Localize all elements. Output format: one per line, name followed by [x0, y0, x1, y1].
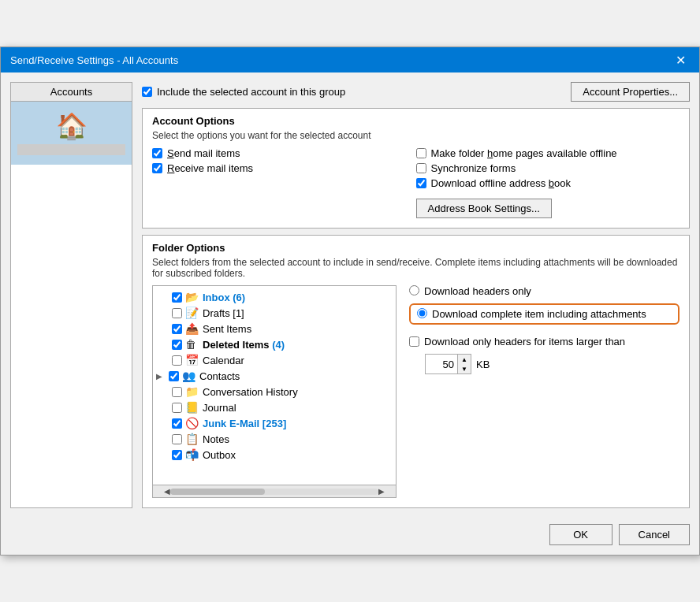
send-mail-row[interactable]: Send mail items: [152, 147, 416, 159]
sync-forms-row[interactable]: Synchronize forms: [416, 162, 680, 174]
size-spinner[interactable]: 50 ▲ ▼: [425, 354, 471, 374]
dialog-title: Send/Receive Settings - All Accounts: [10, 54, 178, 66]
sync-forms-label: Synchronize forms: [431, 162, 516, 174]
folder-checkbox-convhist[interactable]: [172, 387, 182, 397]
account-options-desc: Select the options you want for the sele…: [152, 130, 680, 141]
send-mail-label: Send mail items: [167, 147, 240, 159]
list-item[interactable]: 📤 Sent Items: [153, 321, 396, 336]
folder-checkbox-journal[interactable]: [172, 403, 182, 413]
folder-name-calendar: Calendar: [203, 355, 244, 366]
receive-mail-row[interactable]: Receive mail items: [152, 162, 416, 174]
horizontal-scrollbar[interactable]: ◀ ▶: [153, 485, 396, 497]
include-account-checkbox[interactable]: [142, 87, 152, 97]
account-options-title: Account Options: [152, 115, 680, 127]
send-mail-checkbox[interactable]: [152, 148, 162, 158]
list-item[interactable]: 📋 Notes: [153, 431, 396, 447]
junk-icon: 🚫: [185, 417, 199, 429]
top-row: Include the selected account in this gro…: [142, 82, 690, 102]
close-button[interactable]: ✕: [671, 50, 690, 69]
folder-name-drafts: Drafts [1]: [203, 307, 244, 319]
download-complete-label: Download complete item including attachm…: [432, 308, 646, 320]
make-folder-row[interactable]: Make folder home pages available offline: [416, 147, 680, 159]
convhist-icon: 📁: [185, 385, 199, 398]
folder-list-container: 📂 Inbox (6) 📝 Drafts [1]: [152, 285, 397, 498]
receive-mail-checkbox[interactable]: [152, 163, 162, 173]
cancel-button[interactable]: Cancel: [619, 524, 690, 545]
download-offline-row[interactable]: Download offline address book: [416, 177, 680, 189]
list-item[interactable]: 🚫 Junk E-Mail [253]: [153, 415, 396, 431]
make-folder-checkbox[interactable]: [416, 148, 426, 158]
list-item[interactable]: 📁 Conversation History: [153, 384, 396, 399]
download-complete-row[interactable]: Download complete item including attachm…: [417, 308, 646, 320]
accounts-panel: Accounts 🏠: [10, 82, 132, 508]
list-item[interactable]: 📝 Drafts [1]: [153, 305, 396, 321]
folder-list[interactable]: 📂 Inbox (6) 📝 Drafts [1]: [153, 286, 396, 475]
folder-checkbox-drafts[interactable]: [172, 308, 182, 318]
include-account-row[interactable]: Include the selected account in this gro…: [142, 86, 345, 98]
sync-forms-checkbox[interactable]: [416, 163, 426, 173]
folder-name-convhist: Conversation History: [203, 386, 298, 398]
list-item[interactable]: 📬 Outbox: [153, 447, 396, 463]
account-icon: 🏠: [56, 111, 88, 141]
download-complete-highlighted: Download complete item including attachm…: [409, 303, 680, 325]
folder-name-contacts: Contacts: [199, 370, 240, 382]
download-complete-radio[interactable]: [417, 308, 427, 318]
scroll-right-arrow[interactable]: ▶: [378, 487, 385, 496]
inbox-icon: 📂: [185, 291, 199, 303]
folder-options-section: Folder Options Select folders from the s…: [142, 235, 690, 508]
sent-icon: 📤: [185, 322, 199, 335]
drafts-icon: 📝: [185, 307, 199, 319]
receive-mail-label: Receive mail items: [167, 162, 253, 174]
download-only-headers-checkbox[interactable]: [409, 336, 419, 347]
folder-name-sent: Sent Items: [203, 323, 251, 335]
list-item[interactable]: 🗑 Deleted Items (4): [153, 336, 396, 352]
scroll-thumb-h: [170, 489, 265, 495]
account-properties-button[interactable]: Account Properties...: [571, 82, 690, 102]
download-headers-only-row[interactable]: Download headers only: [409, 285, 680, 297]
download-headers-only-radio[interactable]: [409, 285, 419, 295]
outbox-icon: 📬: [185, 448, 199, 461]
title-bar: Send/Receive Settings - All Accounts ✕: [1, 47, 699, 72]
folder-options-title: Folder Options: [152, 242, 680, 254]
include-account-label: Include the selected account in this gro…: [157, 86, 345, 98]
folder-checkbox-inbox[interactable]: [172, 292, 182, 303]
folder-name-inbox: Inbox (6): [203, 292, 245, 303]
scroll-left-arrow[interactable]: ◀: [164, 487, 170, 496]
folder-options-desc: Select folders from the selected account…: [152, 257, 680, 279]
account-item[interactable]: 🏠: [11, 102, 132, 165]
footer-buttons: OK Cancel: [1, 518, 699, 555]
folder-checkbox-notes[interactable]: [172, 434, 182, 444]
options-col-left: Send mail items Receive mail items: [152, 147, 416, 218]
folder-checkbox-contacts[interactable]: [169, 371, 179, 381]
download-only-headers-label: Download only headers for items larger t…: [424, 336, 625, 347]
folder-name-outbox: Outbox: [203, 449, 236, 461]
expand-arrow-contacts[interactable]: ▶: [156, 372, 166, 381]
ok-button[interactable]: OK: [549, 524, 612, 545]
folder-checkbox-sent[interactable]: [172, 324, 182, 334]
folder-checkbox-junk[interactable]: [172, 418, 182, 429]
download-only-headers-row[interactable]: Download only headers for items larger t…: [409, 336, 680, 347]
folder-checkbox-outbox[interactable]: [172, 450, 182, 460]
size-input[interactable]: 50: [426, 357, 457, 372]
make-folder-label: Make folder home pages available offline: [431, 147, 617, 159]
spinner-up-button[interactable]: ▲: [458, 355, 471, 364]
notes-icon: 📋: [185, 433, 199, 445]
list-item[interactable]: 📒 Journal: [153, 399, 396, 415]
accounts-label: Accounts: [50, 86, 92, 98]
download-headers-only-label: Download headers only: [424, 285, 531, 297]
right-panel: Include the selected account in this gro…: [142, 82, 690, 508]
list-item[interactable]: 📅 Calendar: [153, 352, 396, 368]
journal-icon: 📒: [185, 401, 199, 414]
deleted-icon: 🗑: [185, 338, 199, 351]
scroll-track-h: [170, 489, 378, 495]
folder-checkbox-calendar[interactable]: [172, 355, 182, 366]
address-book-settings-button[interactable]: Address Book Settings...: [416, 199, 552, 218]
list-item[interactable]: 📂 Inbox (6): [153, 289, 396, 305]
folder-checkbox-deleted[interactable]: [172, 340, 182, 350]
folder-name-notes: Notes: [203, 433, 229, 445]
account-name: [17, 144, 125, 155]
size-unit-label: KB: [476, 359, 490, 370]
list-item[interactable]: ▶ 👥 Contacts: [153, 368, 396, 384]
spinner-down-button[interactable]: ▼: [458, 364, 471, 373]
download-offline-checkbox[interactable]: [416, 178, 426, 188]
